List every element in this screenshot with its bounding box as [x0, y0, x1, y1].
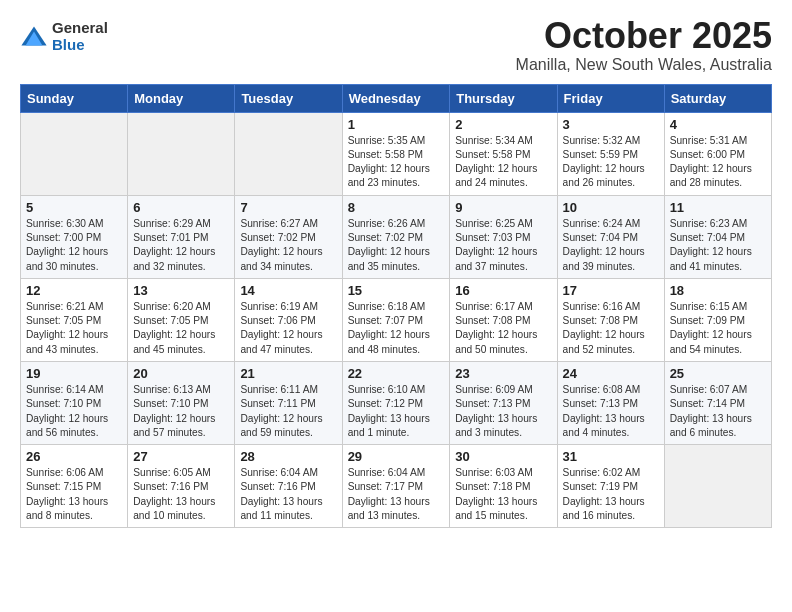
logo: General Blue: [20, 20, 108, 53]
day-number: 1: [348, 117, 445, 132]
calendar-cell: 5Sunrise: 6:30 AM Sunset: 7:00 PM Daylig…: [21, 195, 128, 278]
day-info: Sunrise: 6:14 AM Sunset: 7:10 PM Dayligh…: [26, 383, 122, 440]
day-number: 3: [563, 117, 659, 132]
day-info: Sunrise: 6:18 AM Sunset: 7:07 PM Dayligh…: [348, 300, 445, 357]
calendar-cell: 29Sunrise: 6:04 AM Sunset: 7:17 PM Dayli…: [342, 445, 450, 528]
calendar-cell: 28Sunrise: 6:04 AM Sunset: 7:16 PM Dayli…: [235, 445, 342, 528]
weekday-header-saturday: Saturday: [664, 84, 771, 112]
day-info: Sunrise: 6:02 AM Sunset: 7:19 PM Dayligh…: [563, 466, 659, 523]
day-info: Sunrise: 6:05 AM Sunset: 7:16 PM Dayligh…: [133, 466, 229, 523]
calendar-cell: 19Sunrise: 6:14 AM Sunset: 7:10 PM Dayli…: [21, 361, 128, 444]
day-info: Sunrise: 6:26 AM Sunset: 7:02 PM Dayligh…: [348, 217, 445, 274]
calendar-cell: 3Sunrise: 5:32 AM Sunset: 5:59 PM Daylig…: [557, 112, 664, 195]
calendar-cell: 26Sunrise: 6:06 AM Sunset: 7:15 PM Dayli…: [21, 445, 128, 528]
day-info: Sunrise: 6:13 AM Sunset: 7:10 PM Dayligh…: [133, 383, 229, 440]
day-number: 31: [563, 449, 659, 464]
calendar-cell: 25Sunrise: 6:07 AM Sunset: 7:14 PM Dayli…: [664, 361, 771, 444]
calendar-cell: [21, 112, 128, 195]
calendar-week-row: 19Sunrise: 6:14 AM Sunset: 7:10 PM Dayli…: [21, 361, 772, 444]
calendar-cell: 23Sunrise: 6:09 AM Sunset: 7:13 PM Dayli…: [450, 361, 557, 444]
day-info: Sunrise: 6:20 AM Sunset: 7:05 PM Dayligh…: [133, 300, 229, 357]
calendar-cell: 12Sunrise: 6:21 AM Sunset: 7:05 PM Dayli…: [21, 278, 128, 361]
calendar-cell: 15Sunrise: 6:18 AM Sunset: 7:07 PM Dayli…: [342, 278, 450, 361]
day-info: Sunrise: 6:10 AM Sunset: 7:12 PM Dayligh…: [348, 383, 445, 440]
calendar-cell: 11Sunrise: 6:23 AM Sunset: 7:04 PM Dayli…: [664, 195, 771, 278]
day-number: 13: [133, 283, 229, 298]
day-info: Sunrise: 6:03 AM Sunset: 7:18 PM Dayligh…: [455, 466, 551, 523]
day-number: 22: [348, 366, 445, 381]
day-number: 30: [455, 449, 551, 464]
weekday-header-sunday: Sunday: [21, 84, 128, 112]
day-info: Sunrise: 6:08 AM Sunset: 7:13 PM Dayligh…: [563, 383, 659, 440]
day-number: 14: [240, 283, 336, 298]
day-number: 26: [26, 449, 122, 464]
weekday-header-monday: Monday: [128, 84, 235, 112]
calendar-week-row: 5Sunrise: 6:30 AM Sunset: 7:00 PM Daylig…: [21, 195, 772, 278]
day-number: 20: [133, 366, 229, 381]
day-info: Sunrise: 6:07 AM Sunset: 7:14 PM Dayligh…: [670, 383, 766, 440]
day-number: 4: [670, 117, 766, 132]
logo-general-text: General: [52, 20, 108, 37]
weekday-header-wednesday: Wednesday: [342, 84, 450, 112]
day-number: 23: [455, 366, 551, 381]
day-info: Sunrise: 6:27 AM Sunset: 7:02 PM Dayligh…: [240, 217, 336, 274]
calendar-cell: 2Sunrise: 5:34 AM Sunset: 5:58 PM Daylig…: [450, 112, 557, 195]
calendar-cell: 31Sunrise: 6:02 AM Sunset: 7:19 PM Dayli…: [557, 445, 664, 528]
calendar-cell: 13Sunrise: 6:20 AM Sunset: 7:05 PM Dayli…: [128, 278, 235, 361]
day-number: 5: [26, 200, 122, 215]
day-info: Sunrise: 6:04 AM Sunset: 7:16 PM Dayligh…: [240, 466, 336, 523]
day-info: Sunrise: 6:25 AM Sunset: 7:03 PM Dayligh…: [455, 217, 551, 274]
day-info: Sunrise: 6:16 AM Sunset: 7:08 PM Dayligh…: [563, 300, 659, 357]
calendar-cell: [235, 112, 342, 195]
calendar-cell: 24Sunrise: 6:08 AM Sunset: 7:13 PM Dayli…: [557, 361, 664, 444]
day-info: Sunrise: 6:04 AM Sunset: 7:17 PM Dayligh…: [348, 466, 445, 523]
calendar-week-row: 12Sunrise: 6:21 AM Sunset: 7:05 PM Dayli…: [21, 278, 772, 361]
day-number: 24: [563, 366, 659, 381]
day-number: 12: [26, 283, 122, 298]
day-number: 18: [670, 283, 766, 298]
day-info: Sunrise: 6:29 AM Sunset: 7:01 PM Dayligh…: [133, 217, 229, 274]
day-info: Sunrise: 5:32 AM Sunset: 5:59 PM Dayligh…: [563, 134, 659, 191]
logo-blue-text: Blue: [52, 37, 108, 54]
day-info: Sunrise: 6:06 AM Sunset: 7:15 PM Dayligh…: [26, 466, 122, 523]
day-info: Sunrise: 6:24 AM Sunset: 7:04 PM Dayligh…: [563, 217, 659, 274]
day-info: Sunrise: 6:19 AM Sunset: 7:06 PM Dayligh…: [240, 300, 336, 357]
calendar-table: SundayMondayTuesdayWednesdayThursdayFrid…: [20, 84, 772, 529]
day-number: 27: [133, 449, 229, 464]
calendar-cell: 4Sunrise: 5:31 AM Sunset: 6:00 PM Daylig…: [664, 112, 771, 195]
weekday-header-tuesday: Tuesday: [235, 84, 342, 112]
day-number: 16: [455, 283, 551, 298]
logo-text: General Blue: [52, 20, 108, 53]
day-info: Sunrise: 6:09 AM Sunset: 7:13 PM Dayligh…: [455, 383, 551, 440]
weekday-header-row: SundayMondayTuesdayWednesdayThursdayFrid…: [21, 84, 772, 112]
calendar-cell: 20Sunrise: 6:13 AM Sunset: 7:10 PM Dayli…: [128, 361, 235, 444]
day-info: Sunrise: 6:17 AM Sunset: 7:08 PM Dayligh…: [455, 300, 551, 357]
day-number: 9: [455, 200, 551, 215]
day-number: 6: [133, 200, 229, 215]
calendar-cell: 22Sunrise: 6:10 AM Sunset: 7:12 PM Dayli…: [342, 361, 450, 444]
calendar-cell: 27Sunrise: 6:05 AM Sunset: 7:16 PM Dayli…: [128, 445, 235, 528]
calendar-cell: 6Sunrise: 6:29 AM Sunset: 7:01 PM Daylig…: [128, 195, 235, 278]
weekday-header-thursday: Thursday: [450, 84, 557, 112]
month-title: October 2025: [516, 16, 772, 56]
calendar-cell: 9Sunrise: 6:25 AM Sunset: 7:03 PM Daylig…: [450, 195, 557, 278]
day-info: Sunrise: 5:34 AM Sunset: 5:58 PM Dayligh…: [455, 134, 551, 191]
day-info: Sunrise: 6:15 AM Sunset: 7:09 PM Dayligh…: [670, 300, 766, 357]
day-number: 7: [240, 200, 336, 215]
day-info: Sunrise: 5:35 AM Sunset: 5:58 PM Dayligh…: [348, 134, 445, 191]
day-number: 19: [26, 366, 122, 381]
calendar-cell: 16Sunrise: 6:17 AM Sunset: 7:08 PM Dayli…: [450, 278, 557, 361]
calendar-cell: [128, 112, 235, 195]
day-info: Sunrise: 6:23 AM Sunset: 7:04 PM Dayligh…: [670, 217, 766, 274]
day-number: 11: [670, 200, 766, 215]
location-title: Manilla, New South Wales, Australia: [516, 56, 772, 74]
weekday-header-friday: Friday: [557, 84, 664, 112]
day-info: Sunrise: 6:21 AM Sunset: 7:05 PM Dayligh…: [26, 300, 122, 357]
calendar-cell: 14Sunrise: 6:19 AM Sunset: 7:06 PM Dayli…: [235, 278, 342, 361]
day-info: Sunrise: 5:31 AM Sunset: 6:00 PM Dayligh…: [670, 134, 766, 191]
calendar-cell: 30Sunrise: 6:03 AM Sunset: 7:18 PM Dayli…: [450, 445, 557, 528]
day-number: 17: [563, 283, 659, 298]
calendar-cell: 17Sunrise: 6:16 AM Sunset: 7:08 PM Dayli…: [557, 278, 664, 361]
day-info: Sunrise: 6:30 AM Sunset: 7:00 PM Dayligh…: [26, 217, 122, 274]
calendar-cell: 21Sunrise: 6:11 AM Sunset: 7:11 PM Dayli…: [235, 361, 342, 444]
